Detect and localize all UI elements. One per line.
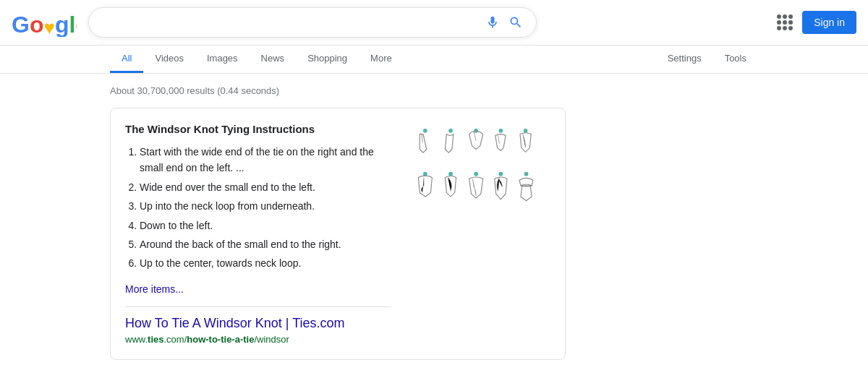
snippet-content: The Windsor Knot Tying Instructions Star… xyxy=(125,123,391,345)
tab-images[interactable]: Images xyxy=(195,46,250,73)
svg-point-1 xyxy=(423,129,427,133)
tab-all[interactable]: All xyxy=(110,46,143,73)
search-bar: how to tie a tie xyxy=(88,7,537,38)
results-count: About 30,700,000 results (0.44 seconds) xyxy=(110,85,758,96)
tab-shopping[interactable]: Shopping xyxy=(296,46,359,73)
tab-tools[interactable]: Tools xyxy=(713,46,758,73)
header-right: Sign in xyxy=(773,11,856,34)
nav-right-tabs: Settings Tools xyxy=(656,46,758,73)
snippet-url: www.ties.com/how-to-tie-a-tie/windsor xyxy=(125,334,391,345)
list-item: Around the back of the small end to the … xyxy=(140,236,391,252)
url-domain-bold: ties xyxy=(148,334,163,345)
search-bar-container: how to tie a tie xyxy=(88,7,537,38)
svg-point-9 xyxy=(499,172,503,176)
snippet-link-section: How To Tie A Windsor Knot | Ties.com www… xyxy=(125,306,391,345)
sign-in-button[interactable]: Sign in xyxy=(802,11,856,34)
svg-point-7 xyxy=(448,172,453,176)
tie-diagram-svg xyxy=(409,123,547,217)
mic-icon[interactable] xyxy=(485,15,500,30)
list-item: Wide end over the small end to the left. xyxy=(140,179,391,195)
svg-text:Go♥gle: Go♥gle xyxy=(12,12,77,37)
results-area: About 30,700,000 results (0.44 seconds) … xyxy=(0,74,868,365)
svg-point-5 xyxy=(524,129,528,133)
apps-grid xyxy=(777,14,793,30)
snippet-steps-list: Start with the wide end of the tie on th… xyxy=(125,144,391,272)
search-icon-button[interactable] xyxy=(507,14,524,31)
tab-videos[interactable]: Videos xyxy=(143,46,195,73)
tab-more[interactable]: More xyxy=(359,46,404,73)
list-item: Up into the neck loop from underneath. xyxy=(140,198,391,214)
list-item: Up to the center, towards neck loop. xyxy=(140,255,391,271)
snippet-title: The Windsor Knot Tying Instructions xyxy=(125,123,391,135)
apps-icon[interactable] xyxy=(773,11,796,34)
svg-point-4 xyxy=(499,129,503,133)
search-icons xyxy=(485,14,524,31)
svg-point-8 xyxy=(474,172,478,176)
url-path-bold: how-to-tie-a-tie xyxy=(187,334,254,345)
svg-point-2 xyxy=(448,129,453,133)
more-items-link[interactable]: More items... xyxy=(125,283,184,295)
featured-snippet: The Windsor Knot Tying Instructions Star… xyxy=(110,108,566,360)
snippet-image xyxy=(406,123,550,345)
svg-point-10 xyxy=(524,172,529,176)
search-input[interactable]: how to tie a tie xyxy=(101,16,478,29)
nav-tabs: All Videos Images News Shopping More Set… xyxy=(0,46,868,74)
list-item: Down to the left. xyxy=(140,218,391,233)
header: Go♥gle how to tie a tie xyxy=(0,0,868,46)
snippet-main-link[interactable]: How To Tie A Windsor Knot | Ties.com xyxy=(125,316,391,331)
tab-news[interactable]: News xyxy=(250,46,297,73)
tab-settings[interactable]: Settings xyxy=(656,46,713,73)
list-item: Start with the wide end of the tie on th… xyxy=(140,144,391,176)
logo[interactable]: Go♥gle xyxy=(12,8,77,37)
